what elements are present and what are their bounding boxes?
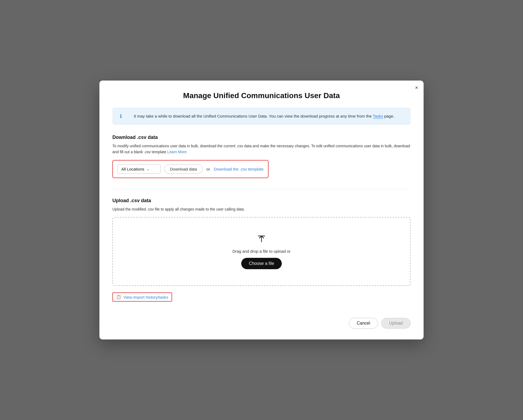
upload-section-title: Upload .csv data <box>112 198 411 204</box>
csv-template-link[interactable]: Download the .csv template <box>214 167 263 171</box>
upload-dropzone[interactable]: Drag and drop a file to upload or Choose… <box>112 217 411 286</box>
upload-button[interactable]: Upload <box>381 318 411 329</box>
chevron-down-icon: ⌄ <box>146 167 150 171</box>
download-row: All Locations ⌄ Download data or Downloa… <box>112 160 269 178</box>
section-divider <box>112 189 411 189</box>
location-dropdown[interactable]: All Locations ⌄ <box>117 164 160 174</box>
view-import-history-link[interactable]: 📋 View import history/tasks <box>112 292 172 302</box>
modal-container: × Manage Unified Communications User Dat… <box>99 81 424 339</box>
tasks-link[interactable]: Tasks <box>373 114 383 119</box>
footer-actions: Cancel Upload <box>112 318 411 329</box>
info-banner-text: It may take a while to download all the … <box>125 113 403 119</box>
upload-section-description: Upload the modified .csv file to apply a… <box>112 206 411 212</box>
drag-drop-text: Drag and drop a file to upload or <box>232 249 290 254</box>
learn-more-link[interactable]: Learn More <box>167 150 187 154</box>
modal-title: Manage Unified Communications User Data <box>112 91 411 100</box>
info-icon: ℹ <box>120 113 122 119</box>
download-section-title: Download .csv data <box>112 135 411 140</box>
or-separator: or <box>206 167 210 171</box>
info-banner: ℹ It may take a while to download all th… <box>112 108 411 125</box>
history-icon: 📋 <box>116 295 121 299</box>
upload-icon <box>256 234 267 245</box>
download-section: Download .csv data To modify unified com… <box>112 135 411 189</box>
close-button[interactable]: × <box>415 85 418 90</box>
upload-arrow-icon <box>256 234 267 245</box>
download-section-description: To modify unified communications user da… <box>112 143 411 155</box>
download-data-button[interactable]: Download data <box>164 164 203 174</box>
upload-section: Upload .csv data Upload the modified .cs… <box>112 198 411 286</box>
cancel-button[interactable]: Cancel <box>349 318 378 329</box>
choose-file-button[interactable]: Choose a file <box>241 258 281 269</box>
location-label: All Locations <box>121 167 144 171</box>
